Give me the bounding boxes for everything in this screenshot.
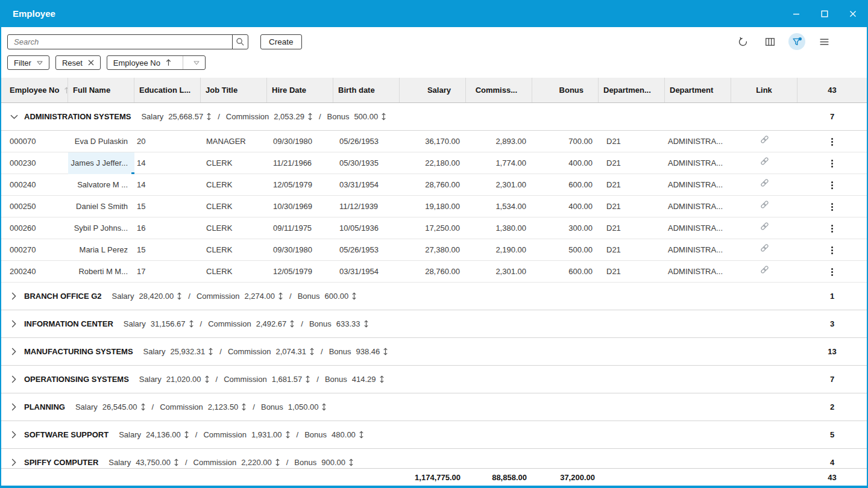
refresh-icon[interactable]: [734, 33, 751, 50]
cell-bonus[interactable]: 300.00: [532, 217, 599, 239]
cell-department[interactable]: ADMINISTRA...: [665, 152, 731, 174]
cell-full_name[interactable]: Roberti M M...: [68, 261, 134, 283]
filter-icon[interactable]: [788, 33, 805, 50]
cell-hire_date[interactable]: 10/30/1969: [267, 196, 333, 217]
row-menu-icon[interactable]: [829, 244, 835, 257]
cell-bonus[interactable]: 600.00: [532, 174, 599, 196]
link-icon[interactable]: [760, 131, 769, 152]
close-button[interactable]: [838, 0, 867, 27]
cell-hire_date[interactable]: 11/21/1966: [267, 152, 333, 174]
group-row[interactable]: PLANNINGSalary26,545.00/Commission2,123.…: [1, 393, 867, 421]
group-row[interactable]: SPIFFY COMPUTERSalary43,750.00/Commissio…: [1, 449, 867, 468]
chevron-right-icon[interactable]: [8, 291, 19, 302]
cell-bonus[interactable]: 500.00: [532, 239, 599, 261]
column-header-job-title[interactable]: Job Title: [201, 78, 267, 102]
cell-birth_date[interactable]: 05/30/1935: [333, 152, 400, 174]
cell-job_title[interactable]: CLERK: [201, 152, 267, 174]
cell-full_name[interactable]: Daniel S Smith: [68, 196, 134, 217]
cell-full_name[interactable]: Sybil P Johns...: [68, 217, 134, 239]
cell-job_title[interactable]: CLERK: [201, 217, 267, 239]
cell-salary[interactable]: 36,170.00: [400, 131, 466, 152]
cell-education[interactable]: 15: [134, 196, 201, 217]
cell-full_name[interactable]: Salvatore M ...: [68, 174, 134, 196]
cell-salary[interactable]: 19,180.00: [400, 196, 466, 217]
cell-hire_date[interactable]: 12/05/1979: [267, 261, 333, 283]
cell-employee_no[interactable]: 000240: [1, 174, 68, 196]
cell-commission[interactable]: 2,190.00: [466, 239, 532, 261]
columns-icon[interactable]: [761, 33, 778, 50]
create-button[interactable]: Create: [260, 34, 302, 49]
table-row[interactable]: 000270Maria L Perez15CLERK09/30/198005/2…: [1, 239, 867, 261]
cell-job_title[interactable]: CLERK: [201, 174, 267, 196]
cell-dept_no[interactable]: D21: [599, 261, 665, 283]
cell-education[interactable]: 16: [134, 217, 201, 239]
cell-bonus[interactable]: 600.00: [532, 261, 599, 283]
search-input[interactable]: [8, 35, 232, 49]
cell-birth_date[interactable]: 05/26/1953: [333, 131, 400, 152]
row-menu-icon[interactable]: [829, 136, 835, 148]
column-header-link[interactable]: Link: [731, 78, 797, 102]
link-icon[interactable]: [760, 152, 769, 174]
table-row[interactable]: 200240Roberti M M...17CLERK12/05/197903/…: [1, 261, 867, 283]
column-header-birth-date[interactable]: Birth date: [333, 78, 400, 102]
cell-dept_no[interactable]: D21: [599, 217, 665, 239]
cell-birth_date[interactable]: 05/26/1953: [333, 239, 400, 261]
cell-employee_no[interactable]: 000250: [1, 196, 68, 217]
column-header-full-name[interactable]: Full Name: [68, 78, 134, 102]
table-row[interactable]: 000250Daniel S Smith15CLERK10/30/196911/…: [1, 196, 867, 217]
cell-employee_no[interactable]: 000270: [1, 239, 68, 261]
cell-hire_date[interactable]: 12/05/1979: [267, 174, 333, 196]
link-icon[interactable]: [760, 261, 769, 283]
cell-job_title[interactable]: CLERK: [201, 196, 267, 217]
filter-dropdown[interactable]: Filter: [7, 55, 49, 70]
row-menu-icon[interactable]: [829, 179, 835, 192]
row-menu-icon[interactable]: [829, 157, 835, 170]
cell-salary[interactable]: 17,250.00: [400, 217, 466, 239]
cell-hire_date[interactable]: 09/11/1975: [267, 217, 333, 239]
row-menu-icon[interactable]: [829, 222, 835, 235]
table-row[interactable]: 000260Sybil P Johns...16CLERK09/11/19751…: [1, 217, 867, 239]
cell-department[interactable]: ADMINISTRA...: [665, 174, 731, 196]
column-header-commiss[interactable]: Commiss...: [466, 78, 532, 102]
sort-field[interactable]: Employee No: [107, 56, 177, 69]
sort-chip[interactable]: Employee No: [107, 55, 206, 70]
chevron-down-icon[interactable]: [8, 111, 19, 122]
cell-commission[interactable]: 1,534.00: [466, 196, 532, 217]
link-icon[interactable]: [760, 174, 769, 196]
maximize-button[interactable]: [810, 0, 838, 27]
cell-commission[interactable]: 2,893.00: [466, 131, 532, 152]
chevron-right-icon[interactable]: [8, 319, 19, 330]
column-header-hire-date[interactable]: Hire Date: [267, 78, 333, 102]
cell-department[interactable]: ADMINISTRA...: [665, 131, 731, 152]
cell-commission[interactable]: 1,380.00: [466, 217, 532, 239]
cell-dept_no[interactable]: D21: [599, 196, 665, 217]
cell-salary[interactable]: 22,180.00: [400, 152, 466, 174]
cell-salary[interactable]: 28,760.00: [400, 261, 466, 283]
column-header-departmen[interactable]: Departmen...: [599, 78, 665, 102]
table-row[interactable]: 000230James J Jeffer...14CLERK11/21/1966…: [1, 152, 867, 174]
group-row[interactable]: MANUFACTURING SYSTEMSSalary25,932.31/Com…: [1, 338, 867, 366]
chevron-right-icon[interactable]: [8, 374, 19, 385]
column-header-education-l[interactable]: Education L...: [134, 78, 201, 102]
cell-department[interactable]: ADMINISTRA...: [665, 196, 731, 217]
minimize-button[interactable]: [782, 0, 810, 27]
cell-dept_no[interactable]: D21: [599, 239, 665, 261]
cell-education[interactable]: 20: [134, 131, 201, 152]
group-row[interactable]: OPERATIONSING SYSTEMSSalary21,020.00/Com…: [1, 366, 867, 393]
search-icon[interactable]: [232, 35, 248, 49]
cell-education[interactable]: 17: [134, 261, 201, 283]
cell-bonus[interactable]: 400.00: [532, 152, 599, 174]
link-icon[interactable]: [760, 239, 769, 261]
row-menu-icon[interactable]: [829, 266, 835, 278]
cell-hire_date[interactable]: 09/30/1980: [267, 239, 333, 261]
cell-job_title[interactable]: MANAGER: [201, 131, 267, 152]
cell-education[interactable]: 14: [134, 174, 201, 196]
cell-full_name[interactable]: Maria L Perez: [68, 239, 134, 261]
column-header-bonus[interactable]: Bonus: [532, 78, 599, 102]
cell-employee_no[interactable]: 000070: [1, 131, 68, 152]
cell-salary[interactable]: 28,760.00: [400, 174, 466, 196]
table-row[interactable]: 000070Eva D Pulaskin20MANAGER09/30/19800…: [1, 131, 867, 152]
cell-hire_date[interactable]: 09/30/1980: [267, 131, 333, 152]
column-header-salary[interactable]: Salary: [400, 78, 466, 102]
cell-dept_no[interactable]: D21: [599, 174, 665, 196]
